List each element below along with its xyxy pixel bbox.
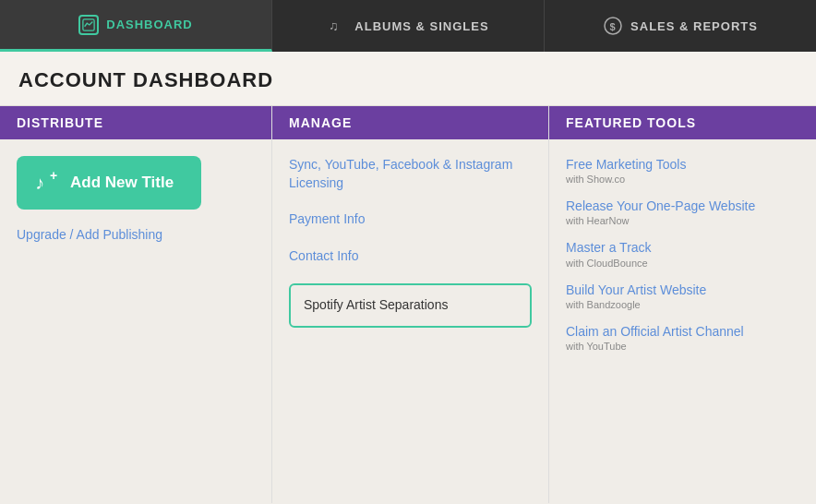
distribute-header: DISTRIBUTE: [0, 106, 271, 139]
dashboard-icon: [78, 15, 99, 35]
tool-item-claim: Claim an Official Artist Channel with Yo…: [566, 323, 799, 352]
tool-title-master[interactable]: Master a Track: [566, 240, 652, 255]
manage-column: MANAGE Sync, YouTube, Facebook & Instagr…: [272, 106, 549, 503]
add-music-icon: ♪ +: [33, 169, 61, 197]
featured-column: FEATURED TOOLS Free Marketing Tools with…: [549, 106, 816, 503]
music-note-icon: ♫: [327, 16, 347, 36]
manage-link-payment[interactable]: Payment Info: [289, 210, 532, 229]
svg-text:♪: ♪: [35, 173, 44, 193]
dollar-icon: $: [603, 16, 623, 36]
main-content: DISTRIBUTE ♪ + Add New Title Upgrade / A…: [0, 106, 816, 503]
nav-item-sales[interactable]: $ SALES & REPORTS: [545, 0, 816, 52]
nav-sales-label: SALES & REPORTS: [630, 19, 758, 33]
manage-link-sync[interactable]: Sync, YouTube, Facebook & Instagram Lice…: [289, 156, 532, 192]
manage-body: Sync, YouTube, Facebook & Instagram Lice…: [272, 139, 548, 344]
top-navigation: DASHBOARD ♫ ALBUMS & SINGLES $ SALES & R…: [0, 0, 816, 52]
tool-subtitle-build: with Bandzoogle: [566, 299, 799, 310]
nav-item-dashboard[interactable]: DASHBOARD: [0, 0, 272, 52]
distribute-column: DISTRIBUTE ♪ + Add New Title Upgrade / A…: [0, 106, 272, 503]
add-new-title-label: Add New Title: [70, 174, 174, 192]
tool-item-marketing: Free Marketing Tools with Show.co: [566, 156, 799, 185]
tool-subtitle-marketing: with Show.co: [566, 174, 799, 185]
tool-item-website: Release Your One-Page Website with HearN…: [566, 198, 799, 226]
page-title: ACCOUNT DASHBOARD: [18, 68, 798, 92]
manage-link-contact[interactable]: Contact Info: [289, 247, 532, 266]
nav-item-albums[interactable]: ♫ ALBUMS & SINGLES: [272, 0, 545, 52]
tool-title-marketing[interactable]: Free Marketing Tools: [566, 157, 686, 172]
tool-title-claim[interactable]: Claim an Official Artist Channel: [566, 324, 744, 339]
tool-title-website[interactable]: Release Your One-Page Website: [566, 198, 755, 213]
tool-title-build[interactable]: Build Your Artist Website: [566, 282, 706, 297]
nav-dashboard-label: DASHBOARD: [106, 18, 193, 31]
tool-subtitle-website: with HearNow: [566, 215, 799, 226]
add-new-title-button[interactable]: ♪ + Add New Title: [17, 156, 201, 210]
tool-subtitle-claim: with YouTube: [566, 341, 799, 352]
manage-header: MANAGE: [272, 106, 548, 139]
featured-body: Free Marketing Tools with Show.co Releas…: [549, 139, 816, 381]
manage-link-spotify[interactable]: Spotify Artist Separations: [289, 283, 532, 328]
tool-item-build: Build Your Artist Website with Bandzoogl…: [566, 282, 799, 310]
svg-text:$: $: [610, 21, 617, 32]
distribute-body: ♪ + Add New Title Upgrade / Add Publishi…: [0, 139, 271, 259]
page-title-area: ACCOUNT DASHBOARD: [0, 52, 816, 106]
featured-header: FEATURED TOOLS: [549, 106, 816, 139]
upgrade-link[interactable]: Upgrade / Add Publishing: [17, 227, 162, 242]
tool-item-master: Master a Track with CloudBounce: [566, 239, 799, 268]
nav-albums-label: ALBUMS & SINGLES: [354, 19, 488, 33]
svg-text:+: +: [50, 169, 57, 183]
tool-subtitle-master: with CloudBounce: [566, 258, 799, 269]
svg-text:♫: ♫: [329, 18, 340, 33]
